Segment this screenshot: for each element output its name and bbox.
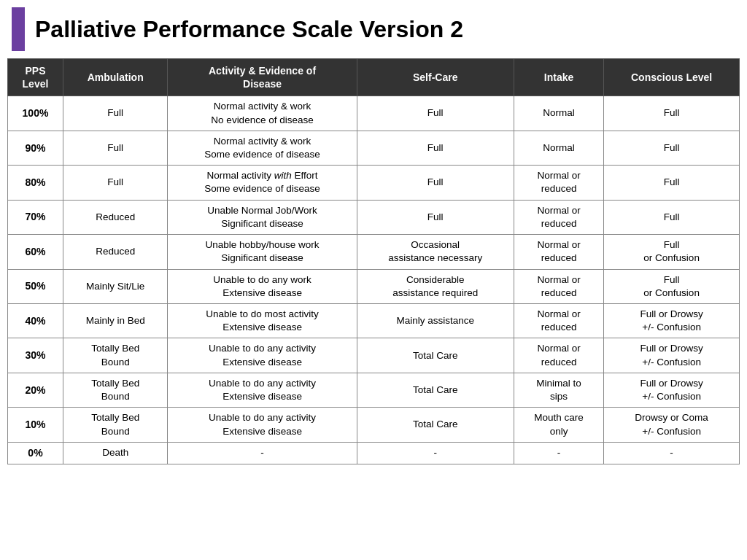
cell-pps: 60%: [8, 235, 63, 269]
cell-pps: 70%: [8, 200, 63, 234]
header-accent: [12, 7, 25, 51]
cell-pps: 30%: [8, 338, 63, 373]
table-row: 30%Totally BedBoundUnable to do any acti…: [8, 338, 740, 373]
page-title: Palliative Performance Scale Version 2: [35, 16, 463, 43]
col-intake: Intake: [514, 59, 603, 96]
cell-ambulation: Totally BedBound: [63, 338, 168, 373]
table-row: 40%Mainly in BedUnable to do most activi…: [8, 304, 740, 338]
pps-table: PPSLevel Ambulation Activity & Evidence …: [7, 58, 740, 464]
cell-ambulation: Full: [63, 131, 168, 165]
cell-selfcare: Total Care: [357, 373, 514, 407]
header-row: PPSLevel Ambulation Activity & Evidence …: [8, 59, 740, 96]
table-body: 100%FullNormal activity & workNo evidenc…: [8, 96, 740, 464]
cell-conscious: Full or Drowsy+/- Confusion: [604, 338, 740, 373]
cell-pps: 0%: [8, 442, 63, 464]
cell-ambulation: Totally BedBound: [63, 373, 168, 407]
cell-ambulation: Full: [63, 96, 168, 131]
table-row: 50%Mainly Sit/LieUnable to do any workEx…: [8, 269, 740, 303]
table-row: 80%FullNormal activity with EffortSome e…: [8, 166, 740, 200]
cell-conscious: Full: [604, 166, 740, 200]
cell-conscious: Fullor Confusion: [604, 269, 740, 303]
cell-ambulation: Mainly in Bed: [63, 304, 168, 338]
table-row: 70%ReducedUnable Normal Job/WorkSignific…: [8, 200, 740, 234]
cell-activity: Unable to do most activityExtensive dise…: [168, 304, 357, 338]
cell-intake: -: [514, 442, 603, 464]
cell-intake: Minimal tosips: [514, 373, 603, 407]
table-row: 20%Totally BedBoundUnable to do any acti…: [8, 373, 740, 407]
table-row: 90%FullNormal activity & workSome eviden…: [8, 131, 740, 165]
cell-selfcare: Full: [357, 131, 514, 165]
cell-activity: Normal activity & workSome evidence of d…: [168, 131, 357, 165]
cell-intake: Normal orreduced: [514, 200, 603, 234]
cell-conscious: -: [604, 442, 740, 464]
cell-conscious: Drowsy or Coma+/- Confusion: [604, 408, 740, 442]
cell-conscious: Full: [604, 200, 740, 234]
cell-conscious: Full or Drowsy+/- Confusion: [604, 373, 740, 407]
cell-activity: Unable hobby/house workSignificant disea…: [168, 235, 357, 269]
cell-intake: Normal orreduced: [514, 235, 603, 269]
cell-conscious: Full or Drowsy+/- Confusion: [604, 304, 740, 338]
col-selfcare: Self-Care: [357, 59, 514, 96]
header: Palliative Performance Scale Version 2: [0, 0, 747, 58]
cell-selfcare: -: [357, 442, 514, 464]
cell-ambulation: Death: [63, 442, 168, 464]
cell-pps: 40%: [8, 304, 63, 338]
cell-activity: Normal activity with EffortSome evidence…: [168, 166, 357, 200]
cell-selfcare: Full: [357, 200, 514, 234]
cell-pps: 100%: [8, 96, 63, 131]
cell-pps: 50%: [8, 269, 63, 303]
cell-selfcare: Mainly assistance: [357, 304, 514, 338]
cell-intake: Normal: [514, 131, 603, 165]
cell-activity: Unable to do any activityExtensive disea…: [168, 408, 357, 442]
cell-activity: Normal activity & workNo evidence of dis…: [168, 96, 357, 131]
cell-activity: Unable to do any activityExtensive disea…: [168, 338, 357, 373]
col-activity: Activity & Evidence ofDisease: [168, 59, 357, 96]
cell-activity: Unable to do any activityExtensive disea…: [168, 373, 357, 407]
table-header: PPSLevel Ambulation Activity & Evidence …: [8, 59, 740, 96]
cell-selfcare: Total Care: [357, 408, 514, 442]
col-ambulation: Ambulation: [63, 59, 168, 96]
cell-pps: 90%: [8, 131, 63, 165]
cell-pps: 80%: [8, 166, 63, 200]
cell-intake: Normal: [514, 96, 603, 131]
cell-selfcare: Full: [357, 166, 514, 200]
table-row: 10%Totally BedBoundUnable to do any acti…: [8, 408, 740, 442]
cell-ambulation: Reduced: [63, 235, 168, 269]
cell-intake: Normal orreduced: [514, 269, 603, 303]
cell-intake: Normal orreduced: [514, 166, 603, 200]
col-pps: PPSLevel: [8, 59, 63, 96]
table-row: 60%ReducedUnable hobby/house workSignifi…: [8, 235, 740, 269]
cell-intake: Normal orreduced: [514, 304, 603, 338]
cell-conscious: Full: [604, 96, 740, 131]
cell-ambulation: Mainly Sit/Lie: [63, 269, 168, 303]
table-wrapper: PPSLevel Ambulation Activity & Evidence …: [0, 58, 747, 472]
cell-activity: Unable to do any workExtensive disease: [168, 269, 357, 303]
cell-conscious: Full: [604, 131, 740, 165]
cell-selfcare: Full: [357, 96, 514, 131]
cell-intake: Normal orreduced: [514, 338, 603, 373]
cell-selfcare: Occasionalassistance necessary: [357, 235, 514, 269]
page: Palliative Performance Scale Version 2 P…: [0, 0, 747, 472]
cell-activity: -: [168, 442, 357, 464]
cell-ambulation: Full: [63, 166, 168, 200]
cell-intake: Mouth careonly: [514, 408, 603, 442]
col-conscious: Conscious Level: [604, 59, 740, 96]
cell-selfcare: Total Care: [357, 338, 514, 373]
cell-conscious: Fullor Confusion: [604, 235, 740, 269]
cell-activity: Unable Normal Job/WorkSignificant diseas…: [168, 200, 357, 234]
cell-ambulation: Totally BedBound: [63, 408, 168, 442]
cell-ambulation: Reduced: [63, 200, 168, 234]
cell-pps: 20%: [8, 373, 63, 407]
table-row: 0%Death----: [8, 442, 740, 464]
cell-pps: 10%: [8, 408, 63, 442]
table-row: 100%FullNormal activity & workNo evidenc…: [8, 96, 740, 131]
cell-selfcare: Considerableassistance required: [357, 269, 514, 303]
